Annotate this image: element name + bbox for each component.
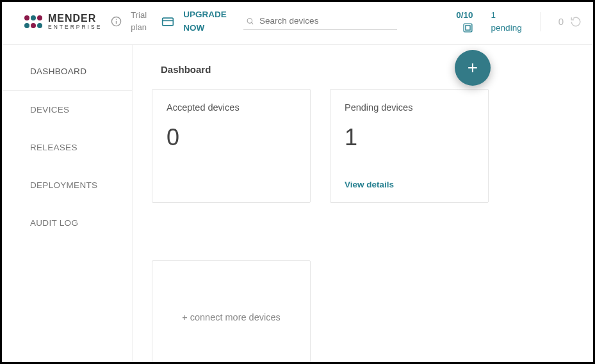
svg-rect-13 xyxy=(464,24,472,32)
brand-name: MENDER xyxy=(48,13,96,24)
jobs-count: 0 xyxy=(558,16,564,27)
page-title: Dashboard xyxy=(161,64,574,75)
svg-point-0 xyxy=(24,15,29,20)
sidebar: DASHBOARD DEVICES RELEASES DEPLOYMENTS A… xyxy=(2,45,133,362)
pending-count-number: 1 xyxy=(491,10,496,20)
svg-point-2 xyxy=(37,15,42,20)
svg-point-8 xyxy=(116,19,117,20)
brand-logo: MENDER ENTERPRISE xyxy=(24,13,102,30)
sidebar-item-releases[interactable]: RELEASES xyxy=(2,129,132,166)
main-content: + Dashboard Accepted devices 0 Pending d… xyxy=(133,45,593,362)
mender-logo-icon xyxy=(24,13,43,30)
pending-count-label: pending xyxy=(491,23,522,33)
accepted-devices-title: Accepted devices xyxy=(167,102,296,113)
connect-more-devices-card[interactable]: + connect more devices xyxy=(152,260,311,362)
accepted-devices-card[interactable]: Accepted devices 0 xyxy=(152,89,311,203)
refresh-icon[interactable] xyxy=(570,16,582,28)
brand-subtitle: ENTERPRISE xyxy=(48,24,102,30)
sidebar-item-audit-log[interactable]: AUDIT LOG xyxy=(2,204,132,242)
sidebar-item-devices[interactable]: DEVICES xyxy=(2,91,132,129)
pending-devices-title: Pending devices xyxy=(345,102,474,113)
sidebar-item-dashboard[interactable]: DASHBOARD xyxy=(2,52,132,91)
credit-card-icon xyxy=(161,15,174,28)
pending-devices-card[interactable]: Pending devices 1 View details xyxy=(330,89,489,203)
header-separator xyxy=(540,12,541,31)
svg-point-1 xyxy=(31,15,36,20)
svg-point-3 xyxy=(24,23,29,28)
svg-point-4 xyxy=(31,23,36,28)
pending-devices-value: 1 xyxy=(345,124,474,151)
pending-count[interactable]: 1 pending xyxy=(491,9,522,34)
device-count[interactable]: 0/10 xyxy=(456,10,473,33)
search-input[interactable] xyxy=(259,16,395,26)
accepted-devices-value: 0 xyxy=(167,124,296,151)
svg-rect-14 xyxy=(466,26,470,30)
svg-point-11 xyxy=(247,19,252,23)
app-header: MENDER ENTERPRISE Trial plan UPGRADE NOW… xyxy=(2,2,593,45)
sidebar-item-deployments[interactable]: DEPLOYMENTS xyxy=(2,166,132,204)
svg-rect-9 xyxy=(163,18,174,26)
search-icon xyxy=(246,17,254,26)
info-icon[interactable] xyxy=(111,16,122,27)
connect-more-devices-label: + connect more devices xyxy=(182,312,281,322)
upgrade-button[interactable]: UPGRADE NOW xyxy=(183,8,234,35)
search-box[interactable] xyxy=(243,13,397,30)
svg-line-12 xyxy=(252,22,254,24)
device-count-ratio: 0/10 xyxy=(456,10,473,20)
add-button[interactable]: + xyxy=(455,50,491,86)
plan-label: Trial plan xyxy=(131,10,152,34)
svg-point-5 xyxy=(37,23,42,28)
pending-view-details-link[interactable]: View details xyxy=(345,180,474,189)
devices-icon xyxy=(456,22,473,33)
